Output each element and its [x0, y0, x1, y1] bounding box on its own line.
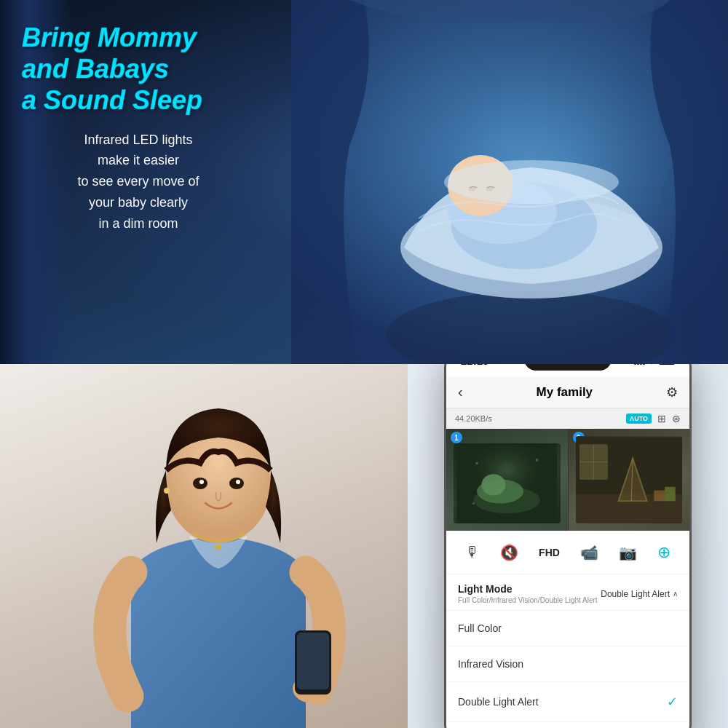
- video-button[interactable]: 📹: [580, 544, 598, 561]
- crib-svg: [291, 0, 728, 364]
- status-time: 22:15: [461, 364, 488, 367]
- microphone-button[interactable]: 🎙: [465, 544, 480, 561]
- light-mode-value[interactable]: Double Light Alert ∧: [601, 589, 678, 599]
- night-vision-feed: [454, 443, 561, 523]
- svg-point-17: [199, 480, 204, 484]
- chevron-up-icon: ∧: [673, 590, 678, 598]
- signal-bar-4: [643, 364, 645, 365]
- svg-point-25: [481, 474, 505, 495]
- top-section: Bring Mommy and Babays a Sound Sleep Inf…: [0, 0, 728, 364]
- main-container: Bring Mommy and Babays a Sound Sleep Inf…: [0, 0, 728, 728]
- status-icons: ⊛: [634, 364, 675, 366]
- camera-feed-2[interactable]: 2: [569, 429, 690, 531]
- subtext-block: Infrared LED lights make it easier to se…: [22, 130, 255, 234]
- light-mode-subtitle: Full Color/Infrared Vision/Double Light …: [458, 596, 598, 604]
- woman-figure: [73, 368, 364, 728]
- svg-point-19: [164, 488, 170, 494]
- woman-svg: [73, 368, 364, 728]
- woman-photo-area: [0, 364, 408, 728]
- cam2-svg: [576, 436, 683, 523]
- double-light-label: Double Light Alert: [458, 696, 539, 708]
- cam2-interior-scene: [576, 436, 683, 523]
- light-mode-panel: Light Mode Full Color/Infrared Vision/Do…: [446, 574, 689, 728]
- selected-mode-text: Double Light Alert: [601, 589, 670, 599]
- mute-button[interactable]: 🔇: [500, 544, 518, 561]
- settings-dots-button[interactable]: ⊕: [657, 543, 670, 562]
- night-vision-svg: [454, 443, 561, 523]
- phone-container: 22:15 ⊛: [408, 364, 728, 728]
- svg-point-26: [475, 462, 478, 465]
- signal-bar-2: [637, 364, 639, 365]
- full-color-label: Full Color: [458, 622, 502, 634]
- camera-feeds: 1: [446, 429, 689, 531]
- cam-number-1: 1: [451, 432, 462, 443]
- layout-icon[interactable]: ⊞: [657, 413, 666, 424]
- signal-bar-3: [640, 364, 642, 365]
- auto-badge[interactable]: AUTO: [626, 414, 652, 424]
- speed-controls: AUTO ⊞ ⊛: [626, 413, 681, 424]
- svg-rect-31: [654, 491, 665, 502]
- nav-bar: ‹ My family ⚙: [446, 376, 689, 408]
- light-mode-title: Light Mode: [458, 583, 598, 595]
- signal-bar-1: [634, 364, 636, 365]
- fhd-quality-button[interactable]: FHD: [539, 547, 560, 558]
- nav-title: My family: [537, 385, 593, 400]
- headline: Bring Mommy and Babays a Sound Sleep: [22, 22, 255, 116]
- light-mode-title-group: Light Mode Full Color/Infrared Vision/Do…: [458, 583, 598, 604]
- light-option-double-light[interactable]: Double Light Alert ✓: [446, 682, 689, 722]
- check-icon: ✓: [667, 694, 678, 710]
- back-button[interactable]: ‹: [458, 384, 463, 400]
- speed-text: 44.20KB/s: [455, 414, 492, 423]
- control-bar: 🎙 🔇 FHD 📹 📷 ⊕: [446, 531, 689, 574]
- signal-icon: [634, 364, 645, 365]
- camera-feed-1[interactable]: 1: [446, 429, 569, 531]
- phone-mockup: 22:15 ⊛: [444, 364, 692, 728]
- snapshot-button[interactable]: 📷: [619, 544, 637, 561]
- svg-rect-12: [297, 633, 329, 689]
- light-option-full-color[interactable]: Full Color: [446, 611, 689, 646]
- light-option-infrared[interactable]: Infrared Vision: [446, 646, 689, 682]
- svg-point-28: [472, 502, 475, 505]
- headline-line1: Bring Mommy: [22, 23, 197, 52]
- speed-bar: 44.20KB/s AUTO ⊞ ⊛: [446, 408, 689, 429]
- headline-line2: and Babays: [22, 54, 169, 84]
- infrared-vision-label: Infrared Vision: [458, 658, 523, 670]
- settings-gear-icon[interactable]: ⚙: [666, 384, 678, 400]
- svg-rect-32: [665, 487, 676, 502]
- wifi-status-icon: ⊛: [672, 413, 681, 424]
- light-mode-header: Light Mode Full Color/Infrared Vision/Do…: [446, 574, 689, 611]
- text-overlay: Bring Mommy and Babays a Sound Sleep Inf…: [22, 22, 255, 234]
- svg-point-18: [236, 480, 240, 484]
- wifi-icon: ⊛: [648, 364, 656, 366]
- phone-notch: [524, 364, 612, 371]
- headline-line3: a Sound Sleep: [22, 85, 202, 115]
- svg-point-9: [444, 160, 619, 204]
- battery-icon: [659, 364, 675, 365]
- svg-point-20: [215, 544, 221, 550]
- bottom-section: 22:15 ⊛: [0, 364, 728, 728]
- crib-scene: [291, 0, 728, 364]
- svg-point-27: [536, 459, 539, 462]
